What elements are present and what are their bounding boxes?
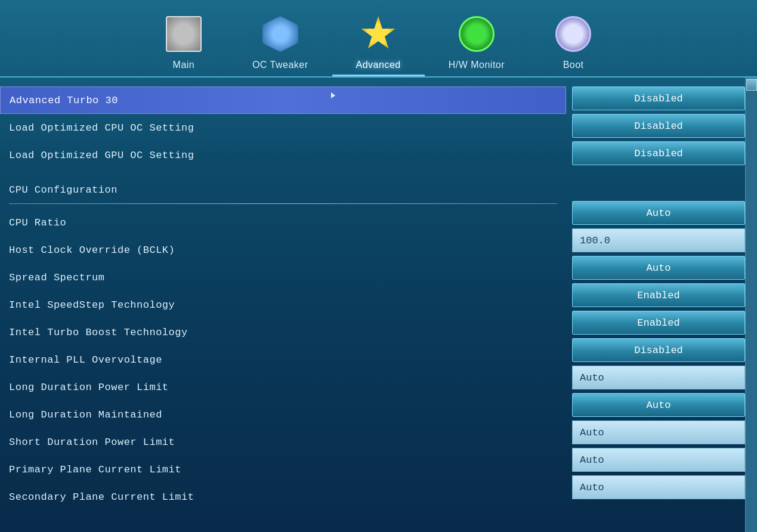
nav-label-hw-monitor: H/W Monitor (449, 60, 505, 70)
nav-item-main[interactable]: Main (139, 13, 228, 76)
hw-monitor-icon (456, 13, 498, 55)
value-intel-speedstep[interactable]: Enabled (572, 283, 745, 307)
label-primary-plane: Primary Plane Current Limit (9, 464, 557, 475)
values-panel: Disabled Disabled Disabled Auto 100.0 Au… (566, 86, 757, 532)
value-secondary-plane[interactable]: Auto (572, 475, 745, 499)
label-intel-turbo-boost: Intel Turbo Boost Technology (9, 327, 557, 338)
row-short-dur-power[interactable]: Short Duration Power Limit (9, 428, 557, 456)
value-cpu-ratio[interactable]: Auto (572, 201, 745, 225)
nav-label-advanced: Advanced (356, 60, 401, 70)
label-load-cpu-oc: Load Optimized CPU OC Setting (9, 122, 557, 134)
value-load-gpu-oc[interactable]: Disabled (572, 141, 745, 165)
row-intel-speedstep[interactable]: Intel SpeedStep Technology (9, 291, 557, 318)
scrollbar[interactable] (745, 78, 757, 532)
nav-label-main: Main (173, 60, 195, 70)
row-cpu-config: CPU Configuration (9, 175, 557, 202)
label-intel-speedstep: Intel SpeedStep Technology (9, 299, 557, 311)
row-host-clock[interactable]: Host Clock Override (BCLK) (9, 236, 557, 264)
scrollbar-thumb[interactable] (746, 79, 757, 91)
nav-item-hw-monitor[interactable]: H/W Monitor (425, 13, 529, 76)
label-cpu-config: CPU Configuration (9, 184, 557, 196)
value-spread-spectrum[interactable]: Auto (572, 256, 745, 280)
row-secondary-plane[interactable]: Secondary Plane Current Limit (9, 483, 557, 511)
value-advanced-turbo-30[interactable]: Disabled (572, 86, 745, 110)
nav-item-oc-tweaker[interactable]: OC Tweaker (228, 13, 332, 76)
row-advanced-turbo-30[interactable]: Advanced Turbo 30 (0, 86, 566, 114)
top-nav: Main OC Tweaker Advanced H/W Monitor Boo… (0, 0, 757, 78)
nav-label-boot: Boot (563, 60, 584, 70)
row-long-dur-power[interactable]: Long Duration Power Limit (9, 373, 557, 401)
value-load-cpu-oc[interactable]: Disabled (572, 114, 745, 138)
label-secondary-plane: Secondary Plane Current Limit (9, 491, 557, 503)
row-load-cpu-oc[interactable]: Load Optimized CPU OC Setting (9, 114, 557, 141)
divider-cpu-config (9, 203, 557, 204)
label-spread-spectrum: Spread Spectrum (9, 272, 557, 283)
row-spread-spectrum[interactable]: Spread Spectrum (9, 264, 557, 291)
label-advanced-turbo-30: Advanced Turbo 30 (10, 95, 557, 106)
value-intel-turbo-boost[interactable]: Enabled (572, 311, 745, 335)
value-host-clock[interactable]: 100.0 (572, 228, 745, 252)
value-short-dur-power[interactable]: Auto (572, 420, 745, 444)
boot-icon (552, 13, 594, 55)
nav-item-boot[interactable]: Boot (529, 13, 618, 76)
label-cpu-ratio: CPU Ratio (9, 217, 557, 228)
nav-label-oc-tweaker: OC Tweaker (252, 60, 308, 70)
nav-item-advanced[interactable]: Advanced (332, 13, 425, 76)
oc-tweaker-icon (259, 13, 301, 55)
label-long-dur-maintained: Long Duration Maintained (9, 409, 557, 420)
advanced-icon (357, 13, 399, 55)
label-host-clock: Host Clock Override (BCLK) (9, 245, 557, 256)
main-content: Advanced Turbo 30 Load Optimized CPU OC … (0, 78, 757, 532)
row-intel-turbo-boost[interactable]: Intel Turbo Boost Technology (9, 318, 557, 346)
value-long-dur-power[interactable]: Auto (572, 366, 745, 389)
label-internal-pll: Internal PLL Overvoltage (9, 354, 557, 366)
value-spacer-cpu-config (572, 169, 751, 201)
value-long-dur-maintained[interactable]: Auto (572, 393, 745, 417)
label-long-dur-power: Long Duration Power Limit (9, 382, 557, 393)
row-long-dur-maintained[interactable]: Long Duration Maintained (9, 401, 557, 428)
label-short-dur-power: Short Duration Power Limit (9, 437, 557, 448)
settings-list: Advanced Turbo 30 Load Optimized CPU OC … (0, 86, 566, 532)
row-primary-plane[interactable]: Primary Plane Current Limit (9, 456, 557, 483)
row-internal-pll[interactable]: Internal PLL Overvoltage (9, 346, 557, 373)
row-cpu-ratio[interactable]: CPU Ratio (9, 209, 557, 236)
label-load-gpu-oc: Load Optimized GPU OC Setting (9, 150, 557, 161)
value-primary-plane[interactable]: Auto (572, 448, 745, 472)
value-internal-pll[interactable]: Disabled (572, 338, 745, 362)
main-icon (163, 13, 205, 55)
row-load-gpu-oc[interactable]: Load Optimized GPU OC Setting (9, 141, 557, 169)
